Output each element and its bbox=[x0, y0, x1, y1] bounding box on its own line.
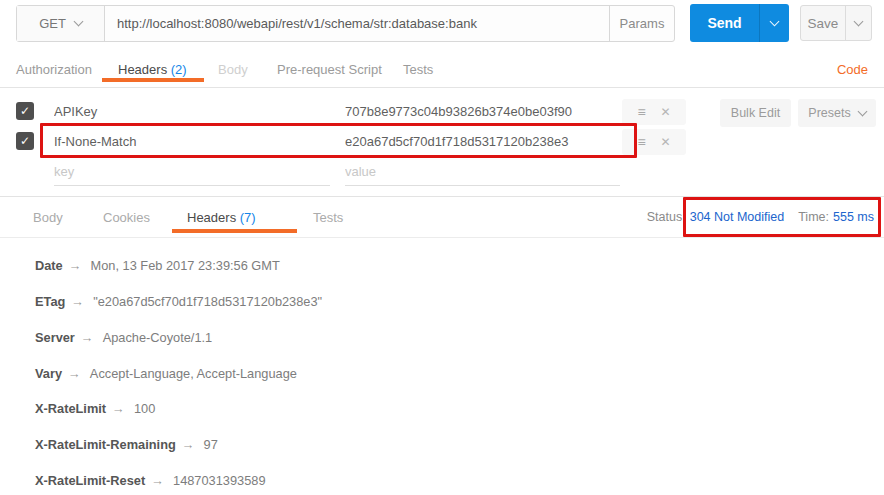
response-header-value: Accept-Language, Accept-Language bbox=[90, 366, 297, 381]
response-status-bar: Status:304 Not ModifiedTime:555 ms bbox=[0, 210, 874, 224]
response-header-name: X-RateLimit-Remaining bbox=[35, 437, 176, 452]
headers-count-badge: (2) bbox=[171, 62, 187, 77]
response-header-value: Mon, 13 Feb 2017 23:39:56 GMT bbox=[91, 258, 280, 273]
header-row-if-none-match: ✓ If-None-Match e20a67d5cf70d1f718d53171… bbox=[0, 127, 884, 157]
bulk-edit-button[interactable]: Bulk Edit bbox=[720, 99, 791, 127]
chevron-down-icon bbox=[854, 16, 864, 26]
arrow-icon: → bbox=[71, 294, 84, 309]
response-header-name: X-RateLimit-Reset bbox=[35, 473, 145, 488]
delete-row-icon[interactable]: ✕ bbox=[661, 135, 671, 149]
arrow-icon: → bbox=[182, 437, 195, 452]
time-label: Time: bbox=[798, 210, 829, 224]
response-header-value: Apache-Coyote/1.1 bbox=[103, 330, 213, 345]
arrow-icon: → bbox=[151, 473, 164, 488]
delete-row-icon[interactable]: ✕ bbox=[661, 105, 671, 119]
header-value-field-empty[interactable]: value bbox=[345, 157, 620, 186]
response-header-row: X-RateLimit-Reset→1487031393589 bbox=[35, 473, 266, 491]
method-dropdown[interactable]: GET bbox=[17, 6, 105, 41]
checkbox-checked[interactable]: ✓ bbox=[16, 132, 34, 150]
header-row-apikey: ✓ APIKey 707b8e9773c04b93826b374e0be03f9… bbox=[0, 97, 884, 127]
tab-tests-request[interactable]: Tests bbox=[403, 52, 433, 87]
active-tab-indicator bbox=[102, 78, 204, 82]
send-button[interactable]: Send bbox=[690, 4, 759, 42]
arrow-icon: → bbox=[69, 258, 82, 273]
response-header-row: ETag→"e20a67d5cf70d1f718d5317120b238e3" bbox=[35, 294, 322, 312]
checkbox-checked[interactable]: ✓ bbox=[16, 102, 34, 120]
header-value-field[interactable]: 707b8e9773c04b93826b374e0be03f90 bbox=[345, 97, 620, 126]
send-button-group: Send bbox=[690, 4, 789, 42]
active-tab-indicator bbox=[172, 229, 297, 233]
presets-button[interactable]: Presets bbox=[798, 99, 876, 127]
arrow-icon: → bbox=[68, 366, 81, 381]
response-header-name: Server bbox=[35, 330, 75, 345]
response-header-row: Vary→Accept-Language, Accept-Language bbox=[35, 366, 297, 384]
time-value: 555 ms bbox=[833, 210, 874, 224]
status-value: 304 Not Modified bbox=[690, 210, 785, 224]
header-key-field[interactable]: If-None-Match bbox=[54, 127, 330, 156]
arrow-icon: → bbox=[112, 401, 125, 416]
response-header-name: Date bbox=[35, 258, 63, 273]
response-header-row: X-RateLimit→100 bbox=[35, 401, 155, 419]
chevron-down-icon bbox=[770, 16, 780, 26]
chevron-down-icon bbox=[857, 106, 867, 116]
response-header-value: 1487031393589 bbox=[173, 473, 266, 488]
request-bar: GET http://localhost:8080/webapi/rest/v1… bbox=[16, 5, 675, 42]
arrow-icon: → bbox=[81, 330, 94, 345]
status-label: Status: bbox=[647, 210, 686, 224]
header-key-field[interactable]: APIKey bbox=[54, 97, 330, 126]
tab-body-request[interactable]: Body bbox=[218, 52, 248, 87]
save-button-group: Save bbox=[800, 5, 872, 41]
response-header-row: Date→Mon, 13 Feb 2017 23:39:56 GMT bbox=[35, 258, 280, 276]
params-button[interactable]: Params bbox=[609, 6, 674, 41]
response-header-value: "e20a67d5cf70d1f718d5317120b238e3" bbox=[93, 294, 322, 309]
header-row-empty: key value bbox=[0, 157, 884, 187]
tab-pre-request-script[interactable]: Pre-request Script bbox=[277, 52, 382, 87]
postman-request-view: GET http://localhost:8080/webapi/rest/v1… bbox=[0, 0, 884, 495]
tab-authorization[interactable]: Authorization bbox=[16, 52, 92, 87]
header-value-field[interactable]: e20a67d5cf70d1f718d5317120b238e3 bbox=[345, 127, 620, 156]
chevron-down-icon bbox=[73, 17, 83, 27]
pane-divider bbox=[0, 196, 884, 197]
response-header-name: X-RateLimit bbox=[35, 401, 106, 416]
response-header-row: Server→Apache-Coyote/1.1 bbox=[35, 330, 212, 348]
response-header-name: ETag bbox=[35, 294, 65, 309]
response-header-value: 100 bbox=[134, 401, 155, 416]
url-input[interactable]: http://localhost:8080/webapi/rest/v1/sch… bbox=[105, 6, 609, 41]
drag-handle-icon[interactable]: ≡ bbox=[637, 134, 645, 150]
code-link[interactable]: Code bbox=[837, 52, 868, 87]
save-options-button[interactable] bbox=[845, 6, 871, 40]
row-actions: ≡ ✕ bbox=[622, 99, 686, 125]
method-label: GET bbox=[39, 16, 66, 31]
response-header-row: X-RateLimit-Remaining→97 bbox=[35, 437, 218, 455]
drag-handle-icon[interactable]: ≡ bbox=[637, 104, 645, 120]
send-options-button[interactable] bbox=[759, 4, 789, 42]
save-button[interactable]: Save bbox=[801, 6, 845, 40]
header-key-field-empty[interactable]: key bbox=[54, 157, 330, 186]
request-tabs: Authorization Headers (2) Body Pre-reque… bbox=[0, 52, 884, 88]
response-header-value: 97 bbox=[204, 437, 218, 452]
response-header-name: Vary bbox=[35, 366, 62, 381]
row-actions: ≡ ✕ bbox=[622, 129, 686, 155]
